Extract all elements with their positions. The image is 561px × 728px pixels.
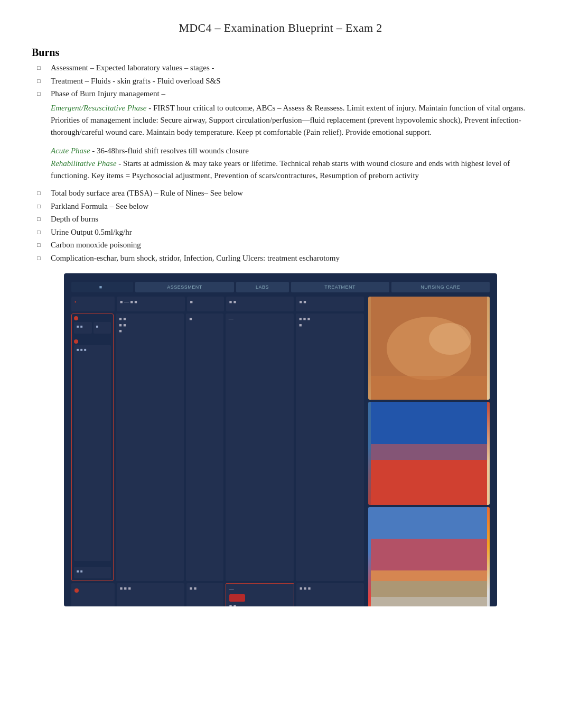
emergent-phase-text: Emergent/Resuscitative Phase - FIRST hou…: [51, 102, 529, 139]
rehab-phase-text: Rehabilitative Phase - Starts at admissi…: [51, 158, 529, 182]
cell-2-2: ■: [186, 314, 223, 581]
bullet-icon: □: [37, 77, 46, 86]
bullet-icon: □: [37, 254, 46, 263]
mini-cell-3: ■ ■ ■: [74, 345, 111, 561]
burns-section: Burns □ Assessment – Expected laboratory…: [32, 47, 529, 264]
cell-1-1: ■ — ■ ■: [117, 297, 185, 311]
cell-1-4: ■ ■: [296, 297, 364, 311]
list-item: □ Carbon monoxide poisoning: [37, 239, 529, 251]
table-header: ■ ASSESSMENT LABS TREATMENT NURSING CARE: [71, 282, 490, 292]
list-item: □ Phase of Burn Injury management –: [37, 88, 529, 100]
svg-rect-6: [371, 444, 487, 460]
col-header-4: NURSING CARE: [391, 282, 490, 292]
cell-3-3: — ■ ■: [226, 583, 294, 606]
mini-cell-2: ■: [94, 322, 111, 334]
data-row-1: ▪ ■ — ■ ■ ■ ■ ■ ■ ■: [71, 297, 364, 311]
svg-rect-10: [371, 597, 487, 606]
list-item: □ Complication-eschar, burn shock, strid…: [37, 252, 529, 264]
cell-3-0: [71, 583, 115, 606]
burn-image-1: [368, 297, 490, 400]
red-bar-icon: [229, 594, 245, 602]
bullet-icon: □: [37, 215, 46, 224]
bullet-list-2: □ Total body surface area (TBSA) – Rule …: [32, 187, 529, 264]
section-heading: Burns: [32, 47, 529, 59]
data-row-2: ■ ■ ■ ■ ■ ■ ■ ■: [71, 314, 364, 581]
bullet-icon: □: [37, 228, 46, 237]
table-body: ▪ ■ — ■ ■ ■ ■ ■ ■ ■: [71, 297, 490, 606]
acute-phase-body: - 36-48hrs-fluid shift resolves till wou…: [90, 146, 249, 155]
cell-2-left-outlined: ■ ■ ■ ■ ■ ■ ■ ■: [71, 314, 114, 581]
cell-3-2: ■ ■: [186, 583, 223, 606]
bullet-icon: □: [37, 241, 46, 250]
image-panel: [368, 297, 490, 606]
list-item: □ Total body surface area (TBSA) – Rule …: [37, 187, 529, 199]
cell-1-3: ■ ■: [226, 297, 294, 311]
list-item: □ Urine Output 0.5ml/kg/hr: [37, 226, 529, 238]
bullet-icon: □: [37, 89, 46, 98]
acute-phase-text: Acute Phase - 36-48hrs-fluid shift resol…: [51, 145, 529, 157]
rehab-phase-body: - Starts at admission & may take years o…: [51, 159, 510, 180]
acute-phase-label: Acute Phase: [51, 146, 90, 155]
mini-cell-4: ■ ■: [74, 567, 111, 578]
table-area: ■ ASSESSMENT LABS TREATMENT NURSING CARE…: [64, 273, 497, 606]
phase-block: Emergent/Resuscitative Phase - FIRST hou…: [51, 102, 529, 182]
cell-2-3: —: [226, 314, 294, 581]
list-item: □ Treatment – Fluids - skin grafts - Flu…: [37, 75, 529, 87]
data-row-3: ■ ■ ■ ■ ■ — ■ ■ ■ ■ ■: [71, 583, 364, 606]
burn-svg-1: [371, 297, 487, 400]
cell-1-2: ■: [187, 297, 224, 311]
bullet-list-1: □ Assessment – Expected laboratory value…: [32, 62, 529, 100]
col-header-0: ■: [71, 282, 133, 292]
bullet-icon: □: [37, 63, 46, 72]
col-header-1: ASSESSMENT: [135, 282, 233, 292]
cell-2-4: ■ ■ ■■: [296, 314, 364, 581]
cell-1-0: ▪: [71, 297, 115, 311]
svg-rect-3: [371, 376, 487, 400]
bullet-icon: □: [37, 189, 46, 198]
burn-image-2: [368, 402, 490, 505]
burn-image-3: [368, 507, 490, 606]
red-dot-icon: [74, 316, 78, 320]
list-item: □ Depth of burns: [37, 213, 529, 225]
table-left-col: ▪ ■ — ■ ■ ■ ■ ■ ■ ■: [71, 297, 364, 606]
list-item: □ Parkland Formula – See below: [37, 200, 529, 213]
rehab-phase-label: Rehabilitative Phase: [51, 159, 117, 168]
mini-spacer: ■ ■: [74, 567, 111, 578]
burns-table-image: ■ ASSESSMENT LABS TREATMENT NURSING CARE…: [64, 273, 497, 606]
col-header-3: TREATMENT: [291, 282, 389, 292]
cell-2-1: ■ ■■ ■■: [116, 314, 184, 581]
red-dot-icon-2: [74, 339, 78, 344]
list-item: □ Assessment – Expected laboratory value…: [37, 62, 529, 74]
mini-cell-1: ■ ■: [74, 322, 92, 334]
cell-3-4: ■ ■ ■: [296, 583, 364, 606]
sub-row-1: ■ ■ ■: [74, 322, 111, 334]
page-title: MDC4 – Examination Blueprint – Exam 2: [32, 21, 529, 35]
burn-svg-3: [371, 507, 487, 606]
red-dot-icon-3: [74, 588, 79, 593]
svg-point-2: [429, 323, 471, 355]
burn-svg-2: [371, 402, 487, 505]
emergent-phase-label: Emergent/Resuscitative Phase: [51, 104, 146, 112]
col-header-2: LABS: [236, 282, 289, 292]
bullet-icon: □: [37, 202, 46, 211]
cell-3-1: ■ ■ ■: [117, 583, 184, 606]
